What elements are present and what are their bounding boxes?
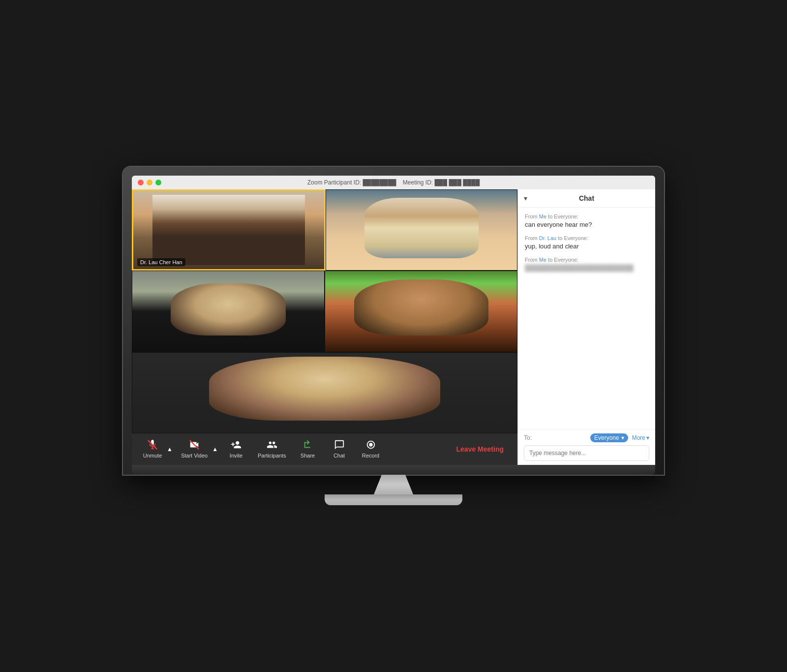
video-area: Dr. Lau Cher Han xyxy=(132,189,517,465)
participants-label: Participants xyxy=(258,453,286,458)
chat-text-3: ████████████████████████ xyxy=(525,264,648,273)
toolbar: Unmute ▲ S xyxy=(132,433,517,465)
unmute-label: Unmute xyxy=(143,453,162,458)
video-cell-4 xyxy=(325,271,517,352)
unmute-chevron[interactable]: ▲ xyxy=(165,446,174,453)
video-chevron[interactable]: ▲ xyxy=(211,446,219,453)
chat-from-1: From Me to Everyone: xyxy=(525,214,648,219)
video-cell-1: Dr. Lau Cher Han xyxy=(132,189,326,271)
chat-icon xyxy=(334,439,345,452)
chat-from-2: From Dr. Lau to Everyone: xyxy=(525,235,648,241)
maximize-button[interactable] xyxy=(155,180,161,185)
chat-text-1: can everyone hear me? xyxy=(525,220,648,229)
title-bar: Zoom Participant ID: ████████ Meeting ID… xyxy=(132,176,655,189)
chat-panel: ▾ Chat From Me to Everyone: can everyone… xyxy=(517,189,655,465)
invite-icon xyxy=(231,439,242,452)
invite-button[interactable]: Invite xyxy=(221,437,251,460)
chat-input[interactable] xyxy=(524,445,649,461)
video-icon xyxy=(189,439,200,452)
participant-name-1: Dr. Lau Cher Han xyxy=(137,258,185,266)
mute-icon xyxy=(147,439,158,452)
window-controls xyxy=(138,180,161,185)
video-row-top: Dr. Lau Cher Han xyxy=(132,189,517,271)
chat-collapse-icon[interactable]: ▾ xyxy=(524,194,527,202)
chat-label: Chat xyxy=(333,453,345,458)
leave-meeting-button[interactable]: Leave Meeting xyxy=(449,441,512,457)
chat-to-label: To: xyxy=(524,434,532,441)
video-cell-5 xyxy=(132,352,517,433)
record-icon xyxy=(365,439,376,452)
chat-footer: To: Everyone ▾ More ▾ xyxy=(518,429,655,465)
close-button[interactable] xyxy=(138,180,144,185)
monitor-wrapper: Zoom Participant ID: ████████ Meeting ID… xyxy=(123,167,664,505)
record-label: Record xyxy=(362,453,379,458)
chat-button[interactable]: Chat xyxy=(325,437,354,460)
video-row-middle xyxy=(132,271,517,352)
zoom-app: Dr. Lau Cher Han xyxy=(132,189,655,465)
share-button[interactable]: Share xyxy=(293,437,323,460)
record-button[interactable]: Record xyxy=(356,437,386,460)
video-row-bottom xyxy=(132,352,517,433)
toolbar-right: Leave Meeting xyxy=(439,441,512,457)
monitor-base xyxy=(325,494,462,505)
toolbar-left: Unmute ▲ S xyxy=(138,437,439,460)
chat-recipient-selector[interactable]: Everyone ▾ xyxy=(590,433,628,442)
chat-title: Chat xyxy=(579,194,594,202)
title-bar-text: Zoom Participant ID: ████████ Meeting ID… xyxy=(307,179,480,186)
chat-more-button[interactable]: More ▾ xyxy=(632,434,649,441)
chat-message-1: From Me to Everyone: can everyone hear m… xyxy=(525,214,648,229)
monitor-bezel: Zoom Participant ID: ████████ Meeting ID… xyxy=(123,167,664,475)
participants-button[interactable]: Participants xyxy=(253,437,291,460)
start-video-label: Start Video xyxy=(181,453,208,458)
monitor-neck xyxy=(374,475,413,494)
chat-header: ▾ Chat xyxy=(518,189,655,208)
chat-message-2: From Dr. Lau to Everyone: yup, loud and … xyxy=(525,235,648,251)
svg-point-3 xyxy=(369,443,372,447)
share-icon xyxy=(303,439,313,452)
participants-icon xyxy=(267,439,277,452)
share-label: Share xyxy=(301,453,315,458)
video-cell-3 xyxy=(132,271,325,352)
unmute-button[interactable]: Unmute xyxy=(138,437,167,460)
monitor-screen: Zoom Participant ID: ████████ Meeting ID… xyxy=(132,176,655,465)
more-chevron-icon: ▾ xyxy=(646,434,649,441)
video-cell-2 xyxy=(326,189,517,271)
chat-messages: From Me to Everyone: can everyone hear m… xyxy=(518,208,655,429)
monitor-bottom-bezel xyxy=(132,465,655,475)
start-video-button[interactable]: Start Video xyxy=(176,437,212,460)
chat-text-2: yup, loud and clear xyxy=(525,242,648,251)
selector-chevron-icon: ▾ xyxy=(621,434,624,441)
minimize-button[interactable] xyxy=(147,180,152,185)
chat-from-3: From Me to Everyone: xyxy=(525,257,648,263)
chat-message-3: From Me to Everyone: ███████████████████… xyxy=(525,257,648,273)
chat-to-row: To: Everyone ▾ More ▾ xyxy=(524,433,649,442)
invite-label: Invite xyxy=(230,453,242,458)
